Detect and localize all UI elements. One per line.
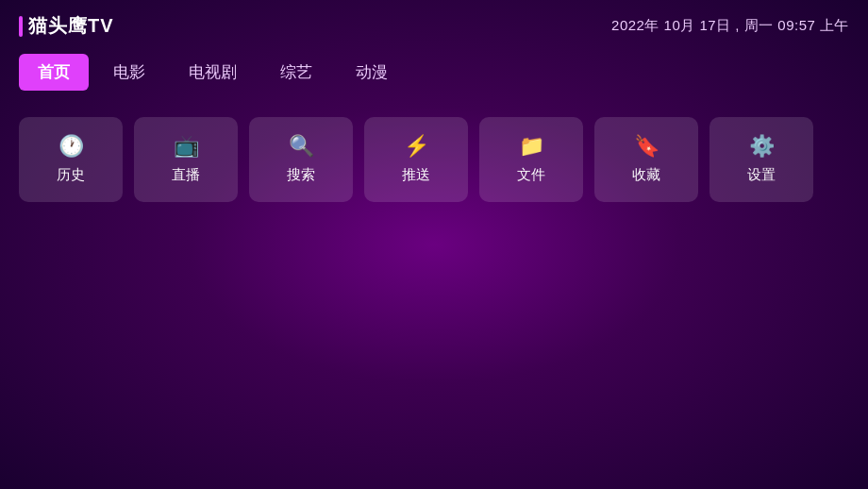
history-label: 历史 [57, 166, 85, 184]
nav-tabs: 首页 电影 电视剧 综艺 动漫 [0, 48, 868, 102]
live-label: 直播 [172, 166, 200, 184]
datetime-display: 2022年 10月 17日 , 周一 09:57 上午 [611, 17, 849, 35]
search-label: 搜索 [287, 166, 315, 184]
app-title: 猫头鹰TV [28, 13, 114, 39]
btn-live[interactable]: 📺 直播 [134, 117, 238, 202]
tab-home[interactable]: 首页 [19, 54, 89, 91]
search-icon: 🔍 [289, 136, 314, 157]
favorites-label: 收藏 [632, 166, 660, 184]
title-accent-bar [19, 16, 23, 37]
favorites-icon: 🔖 [634, 136, 659, 157]
files-icon: 📁 [519, 136, 544, 157]
settings-label: 设置 [747, 166, 776, 184]
tab-anime[interactable]: 动漫 [337, 54, 407, 91]
push-label: 推送 [402, 166, 430, 184]
btn-files[interactable]: 📁 文件 [479, 117, 583, 202]
app-title-wrap: 猫头鹰TV [19, 13, 114, 39]
live-icon: 📺 [174, 136, 199, 157]
top-bar: 猫头鹰TV 2022年 10月 17日 , 周一 09:57 上午 [0, 0, 868, 48]
tab-tv[interactable]: 电视剧 [170, 54, 256, 91]
files-label: 文件 [517, 166, 545, 184]
btn-favorites[interactable]: 🔖 收藏 [594, 117, 698, 202]
btn-push[interactable]: ⚡ 推送 [364, 117, 468, 202]
btn-settings[interactable]: ⚙️ 设置 [709, 117, 813, 202]
tab-movie[interactable]: 电影 [94, 54, 164, 91]
settings-icon: ⚙️ [749, 136, 775, 157]
push-icon: ⚡ [404, 136, 429, 157]
grid-section: 🕐 历史 📺 直播 🔍 搜索 ⚡ 推送 📁 文件 🔖 收藏 ⚙️ 设置 [0, 102, 868, 202]
tab-variety[interactable]: 综艺 [261, 54, 331, 91]
btn-history[interactable]: 🕐 历史 [19, 117, 123, 202]
btn-search[interactable]: 🔍 搜索 [249, 117, 353, 202]
history-icon: 🕐 [58, 136, 84, 157]
